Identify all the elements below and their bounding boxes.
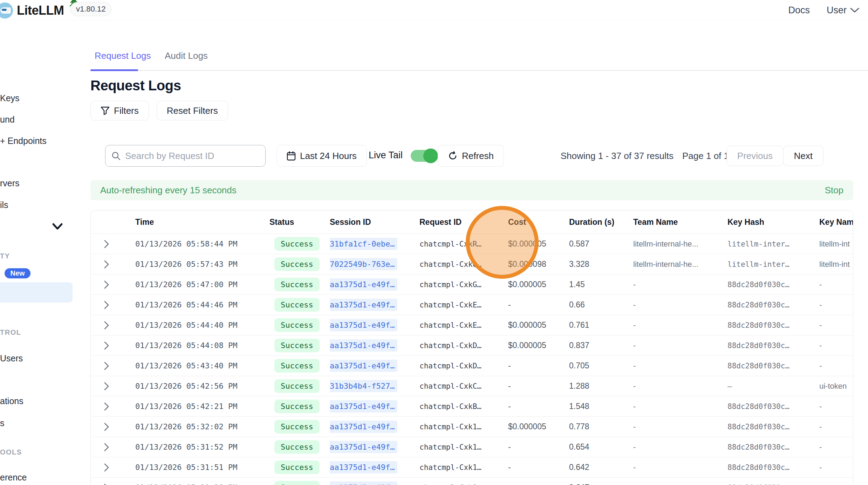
session-cell: aa1375d1-e49f… xyxy=(330,319,419,331)
session-id-link[interactable]: aa1375d1-e49f… xyxy=(330,441,397,453)
key-hash-cell: 88dc28d0f030c… xyxy=(727,321,819,330)
stop-auto-refresh-button[interactable]: Stop xyxy=(825,185,844,196)
session-id-link[interactable]: aa1375d1-e49f… xyxy=(330,299,397,311)
table-row[interactable]: 01/13/2026 05:58:44 PM Success 31bfa1cf-… xyxy=(91,234,853,254)
session-id-link[interactable]: aa1375d1-e49f… xyxy=(330,461,397,473)
session-id-link[interactable]: aa1375d1-e49f… xyxy=(330,421,397,433)
session-id-link[interactable]: 31b3b4b4-f527… xyxy=(330,380,397,392)
filters-button[interactable]: Filters xyxy=(90,101,149,120)
sidebar-collapse-chevron-icon[interactable] xyxy=(52,222,63,231)
time-cell: 01/13/2026 05:32:02 PM xyxy=(135,422,269,431)
team-name-cell: - xyxy=(633,463,727,472)
table-row[interactable]: 01/13/2026 05:31:51 PM Success aa1375d1-… xyxy=(91,457,853,477)
search-input[interactable] xyxy=(125,151,260,161)
col-header-keyhash: Key Hash xyxy=(727,217,819,227)
sidebar-item-organizations[interactable]: ations xyxy=(0,396,23,406)
session-id-link[interactable]: aa1375d1-e49f… xyxy=(330,400,397,413)
search-box[interactable] xyxy=(105,145,266,167)
status-badge: Success xyxy=(274,359,320,373)
sidebar-item-api-reference[interactable]: erence xyxy=(0,472,27,483)
session-id-link[interactable]: aa1375d1-e49f… xyxy=(330,481,397,485)
sidebar-item-playground[interactable]: und xyxy=(0,115,15,125)
docs-link[interactable]: Docs xyxy=(788,5,810,16)
time-range-button[interactable]: Last 24 Hours xyxy=(276,145,367,167)
expand-row-chevron-icon[interactable] xyxy=(91,443,135,452)
table-row[interactable]: 01/13/2026 05:31:38 PM Success aa1375d1-… xyxy=(91,477,853,485)
table-row[interactable]: 01/13/2026 05:42:21 PM Success aa1375d1-… xyxy=(91,396,853,416)
session-cell: aa1375d1-e49f… xyxy=(330,400,419,413)
time-cell: 01/13/2026 05:44:08 PM xyxy=(135,341,269,350)
key-name-cell: - xyxy=(819,321,853,330)
expand-row-chevron-icon[interactable] xyxy=(91,422,135,431)
expand-row-chevron-icon[interactable] xyxy=(91,361,135,370)
status-cell: Success xyxy=(269,359,330,373)
duration-cell: 0.642 xyxy=(569,463,633,472)
tab-request-logs[interactable]: Request Logs xyxy=(95,50,151,61)
table-row[interactable]: 01/13/2026 05:43:40 PM Success aa1375d1-… xyxy=(91,355,853,376)
cost-cell: - xyxy=(508,483,569,485)
key-hash-cell: – xyxy=(727,382,819,390)
sidebar-item-users[interactable]: Users xyxy=(0,353,23,363)
refresh-button[interactable]: Refresh xyxy=(438,145,504,167)
sidebar-item-endpoints[interactable]: + Endpoints xyxy=(0,136,47,146)
session-id-link[interactable]: aa1375d1-e49f… xyxy=(330,278,397,291)
duration-cell: 3.328 xyxy=(569,259,633,269)
sidebar-item-guardrails[interactable]: ils xyxy=(0,200,8,210)
expand-row-chevron-icon[interactable] xyxy=(91,240,135,249)
table-row[interactable]: 01/13/2026 05:31:52 PM Success aa1375d1-… xyxy=(91,437,853,457)
session-cell: aa1375d1-e49f… xyxy=(330,421,419,433)
status-badge: Success xyxy=(274,257,320,271)
sidebar-item-logs-active[interactable] xyxy=(0,282,73,303)
request-id-cell: chatcmpl-CxkC… xyxy=(419,382,508,390)
col-header-team: Team Name xyxy=(633,217,727,227)
key-hash-cell: 88dc28d0f030c… xyxy=(727,362,819,370)
expand-row-chevron-icon[interactable] xyxy=(91,382,135,391)
status-cell: Success xyxy=(269,481,330,485)
table-row[interactable]: 01/13/2026 05:44:40 PM Success aa1375d1-… xyxy=(91,315,853,335)
expand-row-chevron-icon[interactable] xyxy=(91,463,135,472)
expand-row-chevron-icon[interactable] xyxy=(91,321,135,330)
session-id-link[interactable]: 31bfa1cf-0ebe… xyxy=(330,238,397,250)
session-id-link[interactable]: aa1375d1-e49f… xyxy=(330,319,397,331)
expand-row-chevron-icon[interactable] xyxy=(91,483,135,485)
chevron-down-icon xyxy=(850,7,859,13)
expand-row-chevron-icon[interactable] xyxy=(91,402,135,411)
sidebar: Keys und + Endpoints rvers ils TY New TR… xyxy=(0,20,74,485)
key-hash-cell: 88dc28d0f030c… xyxy=(727,443,819,451)
session-id-link[interactable]: aa1375d1-e49f… xyxy=(330,339,397,352)
tab-audit-logs[interactable]: Audit Logs xyxy=(165,50,208,61)
user-menu[interactable]: User xyxy=(827,5,859,16)
next-page-button[interactable]: Next xyxy=(783,146,823,166)
key-name-cell: ui-token xyxy=(819,382,853,391)
team-name-cell: - xyxy=(633,341,727,350)
cost-cell: - xyxy=(508,442,569,452)
table-row[interactable]: 01/13/2026 05:44:08 PM Success aa1375d1-… xyxy=(91,335,853,355)
session-cell: aa1375d1-e49f… xyxy=(330,441,419,453)
expand-row-chevron-icon[interactable] xyxy=(91,260,135,269)
time-cell: 01/13/2026 05:31:52 PM xyxy=(135,443,269,451)
request-id-cell: chatcmpl-CxkB… xyxy=(419,402,508,411)
key-hash-cell: 88dc28d0f030c… xyxy=(727,280,819,289)
session-id-link[interactable]: aa1375d1-e49f… xyxy=(330,360,397,372)
time-cell: 01/13/2026 05:47:00 PM xyxy=(135,280,269,289)
expand-row-chevron-icon[interactable] xyxy=(91,280,135,289)
expand-row-chevron-icon[interactable] xyxy=(91,300,135,310)
brand-title: LiteLLM xyxy=(17,3,64,18)
session-cell: 7022549b-763e… xyxy=(330,258,419,270)
table-row[interactable]: 01/13/2026 05:42:56 PM Success 31b3b4b4-… xyxy=(91,376,853,396)
cost-cell: $0.000005 xyxy=(508,280,569,289)
session-id-link[interactable]: 7022549b-763e… xyxy=(330,258,397,270)
table-row[interactable]: 01/13/2026 05:57:43 PM Success 7022549b-… xyxy=(91,254,853,274)
table-row[interactable]: 01/13/2026 05:32:02 PM Success aa1375d1-… xyxy=(91,416,853,437)
expand-row-chevron-icon[interactable] xyxy=(91,341,135,350)
live-tail-toggle[interactable] xyxy=(411,150,437,162)
sidebar-item-teams[interactable]: s xyxy=(0,418,5,428)
table-row[interactable]: 01/13/2026 05:44:46 PM Success aa1375d1-… xyxy=(91,295,853,315)
sidebar-item-keys[interactable]: Keys xyxy=(0,93,20,103)
key-hash-cell: 88dc28d0f030c… xyxy=(727,484,819,485)
previous-page-button[interactable]: Previous xyxy=(726,146,784,166)
reset-filters-button[interactable]: Reset Filters xyxy=(157,101,228,120)
train-icon xyxy=(0,7,11,14)
table-row[interactable]: 01/13/2026 05:47:00 PM Success aa1375d1-… xyxy=(91,274,853,295)
sidebar-item-servers[interactable]: rvers xyxy=(0,178,20,188)
